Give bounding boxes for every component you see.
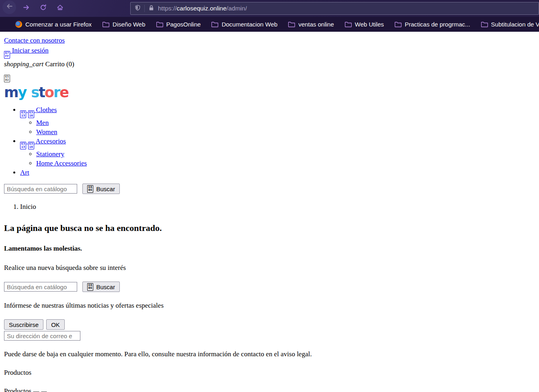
shopping-cart-icon-text: shopping_cart (4, 60, 43, 68)
home-icon (57, 4, 64, 13)
new-search-prompt: Realice una nueva búsqueda sobre su inte… (4, 264, 536, 272)
person-icon: E7FF (4, 51, 10, 59)
nav-subitem: Women (36, 127, 536, 137)
bookmark-label: ventas online (298, 21, 334, 28)
newsletter-block: Suscribirse OK (4, 319, 536, 341)
email-input[interactable] (4, 331, 80, 341)
url-text[interactable]: https://carlosequiz.online/admin/ (158, 5, 247, 12)
bookmark-label: Comenzar a usar Firefox (25, 21, 92, 28)
home-button[interactable] (54, 2, 66, 14)
folder-icon (102, 21, 109, 27)
back-icon (6, 3, 13, 12)
subscribe-button[interactable]: Suscribirse (4, 319, 43, 330)
bookmark-label: Subtitulacion de Videos (491, 21, 539, 28)
chevron-up-icon: E316 (28, 110, 34, 118)
chevron-up-icon: E316 (28, 142, 34, 149)
tracking-protection-shield-icon[interactable] (135, 4, 141, 13)
bookmark-label: PagosOnline (166, 21, 201, 28)
newsletter-legal-text: Puede darse de baja en cualquier momento… (4, 350, 536, 358)
breadcrumb: Inicio (4, 203, 536, 211)
subcategory-list: Stationery Home Accessories (20, 149, 536, 168)
chevron-down-icon: E313 (20, 110, 26, 118)
cart-row[interactable]: shopping_cart Carrito (0) (4, 59, 536, 69)
nav-link-home-accessories[interactable]: Home Accessories (36, 159, 87, 167)
ok-button[interactable]: OK (46, 319, 65, 330)
bookmark-label: Web Utiles (355, 21, 384, 28)
bookmark-label: Practicas de progrmac... (405, 21, 470, 28)
url-bar[interactable]: https://carlosequiz.online/admin/ (130, 2, 539, 15)
logo-letter: y (18, 84, 26, 100)
browser-window: https://carlosequiz.online/admin/ Comenz… (0, 0, 539, 392)
nav-item-accesorios: E313 E316 Accesorios Stationery Home Acc… (20, 137, 536, 168)
products-toggle-label: Productos (4, 387, 31, 392)
nav-link-stationery[interactable]: Stationery (36, 150, 64, 158)
page-subtitle: Lamentamos las molestias. (4, 245, 536, 253)
page-title: La página que busca no se ha encontrado. (4, 223, 536, 233)
back-button[interactable] (2, 0, 16, 14)
logo-letter: m (4, 84, 18, 100)
logo-letter: e (59, 84, 68, 100)
nav-link-clothes[interactable]: E313 E316 Clothes (20, 106, 57, 114)
logo-letter: o (45, 84, 53, 100)
bookmark-documentacion-web[interactable]: Documentacion Web (211, 21, 277, 28)
firefox-icon (15, 21, 22, 28)
search-icon: E8B6 (87, 283, 93, 291)
newsletter-buttons: Suscribirse OK (4, 319, 536, 330)
subcategory-list: Men Women (20, 118, 536, 137)
signin-link[interactable]: E7FF Iniciar sesión (4, 47, 49, 54)
lock-icon[interactable] (148, 4, 154, 13)
logo-letter: s (31, 84, 39, 100)
newsletter-prompt: Infórmese de nuestras últimas noticias y… (4, 302, 536, 310)
nav-link-women[interactable]: Women (36, 128, 57, 136)
folder-icon (395, 21, 402, 27)
bookmark-practicas-de-progrmac[interactable]: Practicas de progrmac... (395, 21, 470, 28)
nav-subitem: Home Accessories (36, 159, 536, 168)
forward-icon (23, 4, 30, 13)
search-icon: E8B6 (87, 185, 93, 193)
reload-button[interactable] (37, 2, 49, 14)
folder-icon (156, 21, 163, 27)
products-heading: Productos (4, 369, 536, 377)
urlbar-divider (144, 5, 145, 12)
nav-item-clothes: E313 E316 Clothes Men Women (20, 105, 536, 137)
cart-label: Carrito (0) (45, 60, 74, 68)
bookmark-comenzar-a-usar-firefox[interactable]: Comenzar a usar Firefox (15, 21, 92, 28)
url-host: carlosequiz.online (177, 5, 227, 12)
folder-icon (481, 21, 488, 27)
contact-row: Contacte con nosotros (4, 36, 536, 45)
contact-link[interactable]: Contacte con nosotros (4, 37, 65, 44)
bookmark-web-utiles[interactable]: Web Utiles (345, 21, 384, 28)
breadcrumb-item-inicio: Inicio (20, 203, 536, 211)
url-scheme: https:// (158, 5, 177, 12)
url-path: /admin/ (227, 5, 247, 12)
reload-icon (40, 4, 47, 13)
nav-item-art: Art (20, 168, 536, 177)
logo-letter: t (39, 84, 45, 100)
chevron-down-icon: E313 (20, 142, 26, 149)
bookmark-ventas-online[interactable]: ventas online (288, 21, 334, 28)
bookmark-label: Diseño Web (113, 21, 145, 28)
category-nav: E313 E316 Clothes Men Women E313 E316 Ac… (4, 105, 536, 177)
search-form-top: E8B6Buscar (4, 184, 536, 194)
search-button[interactable]: E8B6Buscar (82, 282, 120, 292)
search-button[interactable]: E8B6Buscar (82, 184, 120, 194)
menu-icon[interactable]: E5D2 (4, 75, 10, 82)
page-content: Contacte con nosotros E7FF Iniciar sesió… (0, 32, 539, 392)
nav-link-art[interactable]: Art (20, 169, 29, 176)
bookmark-diseno-web[interactable]: Diseño Web (102, 21, 145, 28)
bookmark-subtitulacion-de-videos[interactable]: Subtitulacion de Videos (481, 21, 539, 28)
bookmark-label: Documentacion Web (221, 21, 277, 28)
nav-subitem: Stationery (36, 149, 536, 159)
bookmarks-toolbar: Comenzar a usar Firefox Diseño Web Pagos… (0, 17, 539, 32)
menu-toggle-row: E5D2 (4, 69, 536, 82)
store-logo[interactable]: mystore (4, 86, 536, 100)
bookmark-pagosonline[interactable]: PagosOnline (156, 21, 201, 28)
folder-icon (211, 21, 218, 27)
nav-link-men[interactable]: Men (36, 119, 49, 127)
search-input[interactable] (4, 184, 77, 194)
search-input[interactable] (4, 282, 77, 292)
nav-subitem: Men (36, 118, 536, 127)
products-toggle-row: Productos E313 E316 (4, 387, 536, 392)
forward-button[interactable] (20, 2, 32, 14)
nav-link-accesorios[interactable]: E313 E316 Accesorios (20, 137, 66, 145)
